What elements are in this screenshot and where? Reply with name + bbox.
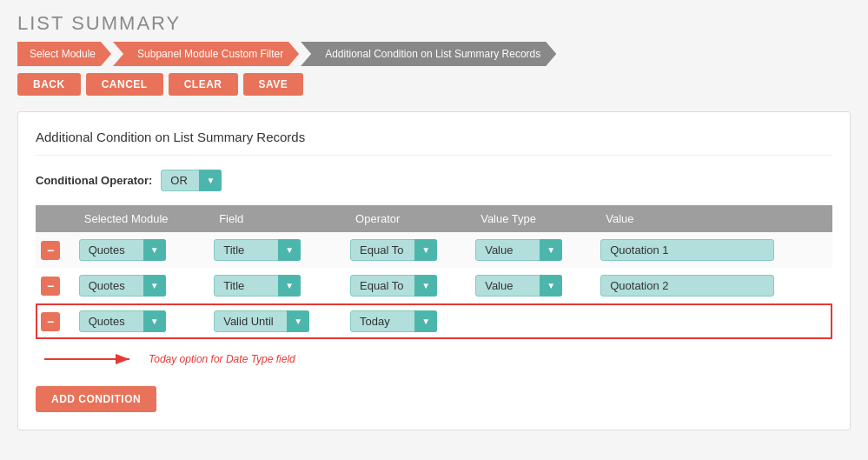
toolbar: BACK CANCEL CLEAR SAVE (0, 66, 868, 103)
cancel-button[interactable]: CANCEL (86, 73, 163, 96)
operator-select[interactable]: Equal To (350, 275, 437, 297)
value-type-select-wrapper: Value ▼ (475, 275, 562, 297)
clear-button[interactable]: CLEAR (169, 73, 238, 96)
delete-row-button[interactable]: − (41, 241, 60, 260)
conditional-operator-row: Conditional Operator: OR AND ▼ (36, 170, 832, 191)
value-type-select[interactable]: Value (475, 239, 562, 261)
main-card: Additional Condition on List Summary Rec… (17, 111, 851, 430)
col-value-type: Value Type (470, 205, 595, 232)
module-select[interactable]: Quotes (79, 239, 166, 261)
col-field: Field (209, 205, 345, 232)
page-header: LIST SUMMARY Select Module Subpanel Modu… (0, 0, 868, 103)
col-delete (36, 205, 74, 232)
breadcrumb-subpanel-filter[interactable]: Subpanel Module Custom Filter (113, 42, 299, 66)
conditional-operator-label: Conditional Operator: (36, 174, 152, 187)
annotation-arrow-icon (36, 346, 140, 372)
value-type-select[interactable]: Value (475, 275, 562, 297)
value-input[interactable] (600, 239, 774, 261)
annotation-area: Today option for Date Type field (36, 346, 832, 372)
add-condition-area: ADD CONDITION (36, 372, 832, 412)
operator-select-wrapper: Equal To ▼ (350, 275, 437, 297)
highlighted-table-row: − Quotes ▼ Valid Until ▼ Today ▼ (36, 303, 832, 339)
field-select[interactable]: Title (214, 239, 301, 261)
conditions-table: Selected Module Field Operator Value Typ… (36, 205, 832, 339)
value-type-select-wrapper: Value ▼ (475, 239, 562, 261)
operator-select[interactable]: Equal To (350, 239, 437, 261)
module-select-wrapper: Quotes ▼ (79, 275, 166, 297)
module-select-wrapper-h: Quotes ▼ (79, 310, 166, 332)
col-operator: Operator (345, 205, 470, 232)
breadcrumb-additional-condition[interactable]: Additional Condition on List Summary Rec… (301, 42, 556, 66)
conditional-operator-select-wrapper: OR AND ▼ (161, 170, 222, 191)
card-title: Additional Condition on List Summary Rec… (36, 130, 832, 156)
table-row: − Quotes ▼ Title ▼ Equal To ▼ (36, 232, 832, 268)
module-select[interactable]: Quotes (79, 275, 166, 297)
table-header-row: Selected Module Field Operator Value Typ… (36, 205, 832, 232)
table-row: − Quotes ▼ Title ▼ Equal To ▼ (36, 268, 832, 303)
field-select-wrapper: Title ▼ (214, 239, 301, 261)
col-selected-module: Selected Module (74, 205, 209, 232)
field-select[interactable]: Title (214, 275, 301, 297)
operator-select-h[interactable]: Today (350, 310, 437, 332)
module-select-h[interactable]: Quotes (79, 310, 166, 332)
annotation-text: Today option for Date Type field (149, 353, 295, 365)
add-condition-button[interactable]: ADD CONDITION (36, 386, 156, 412)
back-button[interactable]: BACK (17, 73, 81, 96)
breadcrumb-bar: Select Module Subpanel Module Custom Fil… (0, 42, 868, 66)
operator-select-wrapper-h: Today ▼ (350, 310, 437, 332)
col-value: Value (595, 205, 832, 232)
operator-select-wrapper: Equal To ▼ (350, 239, 437, 261)
breadcrumb-select-module[interactable]: Select Module (17, 42, 111, 66)
field-select-wrapper: Title ▼ (214, 275, 301, 297)
conditional-operator-select[interactable]: OR AND (161, 170, 222, 191)
value-input[interactable] (600, 275, 774, 297)
delete-row-button[interactable]: − (41, 277, 60, 296)
field-select-h[interactable]: Valid Until (214, 310, 309, 332)
delete-highlighted-row-button[interactable]: − (41, 312, 60, 331)
page-title: LIST SUMMARY (17, 12, 851, 35)
save-button[interactable]: SAVE (243, 73, 304, 96)
field-select-wrapper-h: Valid Until ▼ (214, 310, 309, 332)
module-select-wrapper: Quotes ▼ (79, 239, 166, 261)
